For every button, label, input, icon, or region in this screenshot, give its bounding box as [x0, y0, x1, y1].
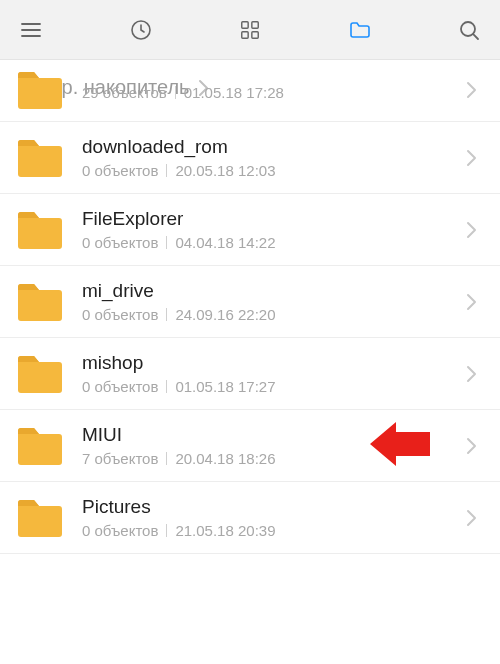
- folder-meta: 0 объектов01.05.18 17:27: [82, 378, 460, 395]
- folder-row[interactable]: Pictures0 объектов21.05.18 20:39: [0, 482, 500, 554]
- folder-count: 29 объектов: [82, 84, 167, 101]
- chevron-right-icon: [460, 80, 484, 100]
- folder-name: mi_drive: [82, 280, 460, 302]
- folder-text: 29 объектов01.05.18 17:28: [82, 80, 460, 101]
- folder-date: 04.04.18 14:22: [175, 234, 275, 251]
- categories-icon[interactable]: [237, 17, 263, 43]
- folder-count: 0 объектов: [82, 234, 158, 251]
- chevron-right-icon: [460, 292, 484, 312]
- chevron-right-icon: [460, 364, 484, 384]
- folder-row[interactable]: mishop0 объектов01.05.18 17:27: [0, 338, 500, 410]
- svg-rect-4: [242, 21, 248, 27]
- folder-meta: 29 объектов01.05.18 17:28: [82, 84, 460, 101]
- folder-row[interactable]: 29 объектов01.05.18 17:28: [0, 69, 500, 122]
- folder-text: mi_drive0 объектов24.09.16 22:20: [82, 280, 460, 323]
- folder-text: mishop0 объектов01.05.18 17:27: [82, 352, 460, 395]
- svg-rect-6: [242, 31, 248, 37]
- meta-divider: [166, 524, 167, 537]
- folder-row[interactable]: downloaded_rom0 объектов20.05.18 12:03: [0, 122, 500, 194]
- chevron-right-icon: [460, 436, 484, 456]
- folder-text: FileExplorer0 объектов04.04.18 14:22: [82, 208, 460, 251]
- folder-count: 0 объектов: [82, 378, 158, 395]
- folder-text: downloaded_rom0 объектов20.05.18 12:03: [82, 136, 460, 179]
- top-toolbar: [0, 0, 500, 60]
- folder-icon: [16, 137, 64, 179]
- folder-date: 01.05.18 17:27: [175, 378, 275, 395]
- folder-date: 21.05.18 20:39: [175, 522, 275, 539]
- folder-count: 0 объектов: [82, 306, 158, 323]
- folder-count: 0 объектов: [82, 162, 158, 179]
- folder-date: 20.05.18 12:03: [175, 162, 275, 179]
- chevron-right-icon: [460, 148, 484, 168]
- folder-row[interactable]: FileExplorer0 объектов04.04.18 14:22: [0, 194, 500, 266]
- meta-divider: [166, 380, 167, 393]
- meta-divider: [166, 164, 167, 177]
- chevron-right-icon: [460, 508, 484, 528]
- folder-text: Pictures0 объектов21.05.18 20:39: [82, 496, 460, 539]
- folder-count: 0 объектов: [82, 522, 158, 539]
- meta-divider: [166, 452, 167, 465]
- folder-count: 7 объектов: [82, 450, 158, 467]
- folder-icon: [16, 69, 64, 111]
- recent-icon[interactable]: [128, 17, 154, 43]
- folder-row[interactable]: MIUI7 объектов20.04.18 18:26: [0, 410, 500, 482]
- folder-name: mishop: [82, 352, 460, 374]
- svg-rect-7: [252, 31, 258, 37]
- folder-date: 24.09.16 22:20: [175, 306, 275, 323]
- meta-divider: [166, 236, 167, 249]
- meta-divider: [175, 86, 176, 99]
- folder-icon: [16, 497, 64, 539]
- folder-name: FileExplorer: [82, 208, 460, 230]
- menu-icon[interactable]: [18, 17, 44, 43]
- folder-date: 20.04.18 18:26: [175, 450, 275, 467]
- folder-meta: 0 объектов21.05.18 20:39: [82, 522, 460, 539]
- folder-meta: 0 объектов20.05.18 12:03: [82, 162, 460, 179]
- folder-name: Pictures: [82, 496, 460, 518]
- folder-meta: 0 объектов24.09.16 22:20: [82, 306, 460, 323]
- folder-meta: 0 объектов04.04.18 14:22: [82, 234, 460, 251]
- meta-divider: [166, 308, 167, 321]
- folder-icon: [16, 425, 64, 467]
- file-list: 29 объектов01.05.18 17:28 downloaded_rom…: [0, 69, 500, 554]
- folder-row[interactable]: mi_drive0 объектов24.09.16 22:20: [0, 266, 500, 338]
- folder-tab-icon[interactable]: [347, 17, 373, 43]
- folder-icon: [16, 209, 64, 251]
- chevron-right-icon: [460, 220, 484, 240]
- folder-date: 01.05.18 17:28: [184, 84, 284, 101]
- search-icon[interactable]: [456, 17, 482, 43]
- folder-icon: [16, 281, 64, 323]
- folder-name: downloaded_rom: [82, 136, 460, 158]
- svg-rect-5: [252, 21, 258, 27]
- highlight-arrow-icon: [370, 422, 430, 470]
- svg-line-9: [473, 34, 478, 39]
- folder-icon: [16, 353, 64, 395]
